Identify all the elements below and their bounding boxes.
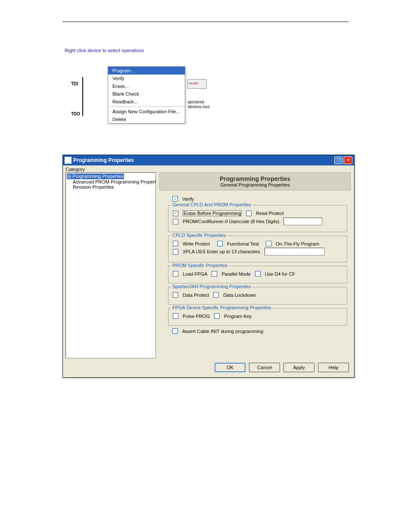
- help-button[interactable]: Help: [318, 363, 349, 372]
- menu-item-delete[interactable]: Delete: [108, 115, 185, 123]
- usercode-label: PROM/CoolRunner-II Usercode (8 Hex Digit…: [183, 219, 279, 224]
- programming-properties-dialog: Programming Properties ❐ ✕ Category Prog…: [62, 155, 355, 378]
- prom-specific-group: PROM Specific Properties Load FPGA Paral…: [168, 266, 347, 283]
- dialog-titlebar[interactable]: Programming Properties ❐ ✕: [63, 155, 354, 165]
- menu-item-assign-config[interactable]: Assign New Configuration File...: [108, 108, 185, 115]
- header-rule: [62, 22, 349, 22]
- d4-checkbox[interactable]: [255, 271, 261, 277]
- xpla-checkbox[interactable]: [173, 249, 178, 255]
- otf-program-checkbox[interactable]: [266, 241, 271, 246]
- usercode-checkbox[interactable]: [173, 219, 178, 224]
- general-cpld-prom-group: General CPLD And PROM Properties ✓ Erase…: [168, 205, 347, 232]
- fpga-specific-group: FPGA Device Specific Programming Propert…: [168, 308, 347, 326]
- bracket-line: [82, 77, 83, 116]
- restore-button[interactable]: ❐: [334, 156, 343, 164]
- xpla-input[interactable]: [265, 248, 325, 255]
- data-protect-label: Data Protect: [183, 292, 209, 298]
- prom-legend: PROM Specific Properties: [171, 263, 229, 268]
- properties-panel: Programming Properties General Programmi…: [159, 172, 352, 358]
- chip-label-file: 3849ive.bsd: [187, 104, 209, 109]
- dialog-title: Programming Properties: [73, 157, 333, 163]
- category-label: Category: [63, 165, 354, 172]
- menu-item-verify[interactable]: Verify: [108, 75, 185, 82]
- app-icon: [65, 157, 72, 164]
- menu-item-blank-check[interactable]: Blank Check: [108, 90, 185, 98]
- fpga-legend: FPGA Device Specific Programming Propert…: [171, 305, 273, 310]
- cpld-specific-group: CPLD Specific Properties Write Protect F…: [168, 236, 347, 262]
- erase-label: Erase Before Programming: [183, 210, 242, 216]
- otf-program-label: On-The-Fly Program: [276, 241, 319, 246]
- tdi-label: TDI: [71, 81, 78, 86]
- data-protect-checkbox[interactable]: [173, 292, 178, 298]
- data-lockdown-label: Data Lockdown: [223, 292, 256, 298]
- apply-button[interactable]: Apply: [283, 363, 314, 372]
- pulse-prog-label: Pulse PROG: [183, 314, 210, 319]
- erase-checkbox[interactable]: ✓: [173, 211, 178, 216]
- context-hint: Right click device to select operations: [65, 48, 349, 53]
- d4-label: Use D4 for CF: [265, 271, 295, 277]
- ok-button[interactable]: OK: [215, 363, 246, 372]
- xpla-label: XPLA UES Enter up to 13 characters: [183, 249, 260, 254]
- device-context-menu: Program... Verify Erase... Blank Check R…: [108, 66, 185, 124]
- write-protect-label: Write Protect: [183, 241, 213, 246]
- gp-legend: General CPLD And PROM Properties: [171, 202, 252, 207]
- close-button[interactable]: ✕: [344, 156, 352, 164]
- write-protect-checkbox[interactable]: [173, 241, 178, 246]
- assert-init-checkbox[interactable]: [172, 328, 178, 334]
- tree-root[interactable]: Programming Properties: [67, 174, 124, 179]
- load-fpga-label: Load FPGA: [183, 271, 207, 277]
- tdo-label: TDO: [71, 112, 80, 116]
- verify-checkbox[interactable]: ✓: [172, 196, 178, 202]
- program-key-label: Program Key: [224, 314, 252, 319]
- category-tree[interactable]: Programming Properties Advanced PROM Pro…: [65, 172, 156, 358]
- data-lockdown-checkbox[interactable]: [213, 292, 219, 298]
- cpld-legend: CPLD Specific Properties: [171, 233, 227, 238]
- functional-test-label: Functional Test: [227, 241, 262, 246]
- parallel-mode-label: Parallel Mode: [221, 271, 250, 277]
- header-small: General Programming Properties: [162, 182, 348, 187]
- verify-label: Verify: [182, 196, 194, 202]
- menu-item-program[interactable]: Program...: [108, 67, 185, 75]
- assert-init-label: Assert Cable INIT during programming: [182, 329, 263, 334]
- s3an-legend: Spartan3AN Programming Properties: [171, 284, 252, 289]
- program-key-checkbox[interactable]: [214, 313, 220, 319]
- tree-child-advanced[interactable]: Advanced PROM Programming Properties: [73, 179, 155, 184]
- tree-child-revision[interactable]: Revision Properties: [73, 184, 155, 190]
- spartan3an-group: Spartan3AN Programming Properties Data P…: [168, 287, 347, 305]
- menu-item-readback[interactable]: Readback...: [108, 98, 185, 106]
- header-big: Programming Properties: [162, 175, 348, 182]
- chip-brand: XILINX: [189, 82, 198, 85]
- jtag-chain-view: TDI TDO XILINX dp03849i 3849ive.bsd Prog…: [71, 56, 226, 129]
- dialog-button-row: OK Cancel Apply Help: [63, 358, 354, 377]
- usercode-input[interactable]: [283, 218, 322, 225]
- chip-label-part: dp03849i: [187, 100, 204, 104]
- cancel-button[interactable]: Cancel: [249, 363, 280, 372]
- load-fpga-checkbox[interactable]: [173, 271, 178, 277]
- panel-header: Programming Properties General Programmi…: [159, 172, 351, 190]
- pulse-prog-checkbox[interactable]: [173, 313, 178, 319]
- xilinx-chip[interactable]: XILINX: [187, 79, 207, 89]
- read-protect-checkbox[interactable]: [246, 211, 252, 216]
- functional-test-checkbox[interactable]: [217, 241, 223, 246]
- menu-item-erase[interactable]: Erase...: [108, 82, 185, 90]
- read-protect-label: Read Protect: [256, 211, 283, 216]
- parallel-mode-checkbox[interactable]: [212, 271, 217, 277]
- menu-separator: [110, 106, 183, 107]
